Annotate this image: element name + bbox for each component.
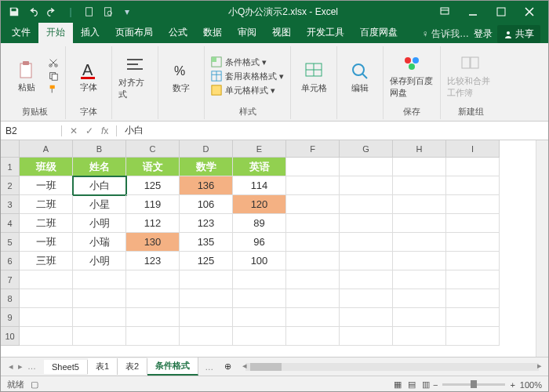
add-sheet-icon[interactable]: ⊕ <box>220 361 236 372</box>
align-button[interactable]: 对齐方式 <box>118 55 151 100</box>
group-label: 剪贴板 <box>22 104 48 119</box>
zoom-value[interactable]: 100% <box>520 380 542 390</box>
vertical-scrollbar[interactable] <box>536 140 548 357</box>
qat-more-icon[interactable]: ▾ <box>118 4 136 20</box>
tab-insert[interactable]: 插入 <box>73 23 107 43</box>
svg-rect-0 <box>86 8 93 16</box>
tab-dev[interactable]: 开发工具 <box>299 23 352 43</box>
minimize-icon[interactable] <box>459 1 487 23</box>
svg-rect-7 <box>23 61 29 65</box>
font-button[interactable]: A字体 <box>72 60 105 93</box>
cancel-formula-icon[interactable]: ✕ <box>70 125 78 136</box>
svg-rect-24 <box>462 57 470 68</box>
svg-rect-16 <box>212 57 216 62</box>
group-font: A字体 字体 <box>66 46 112 119</box>
cell[interactable]: 语文 <box>126 158 180 176</box>
formula-bar: B2 ✕ ✓ fx 小白 <box>1 122 548 140</box>
number-button[interactable]: %数字 <box>165 60 198 94</box>
select-all-corner[interactable] <box>1 140 20 158</box>
zoom-slider[interactable] <box>442 383 505 386</box>
column-headers[interactable]: ABCDEFGHI <box>20 140 500 158</box>
sheet-tab[interactable]: Sheet5 <box>44 360 88 374</box>
conditional-format-button[interactable]: 条件格式 ▾ <box>211 56 284 68</box>
svg-rect-11 <box>52 74 57 80</box>
cell[interactable]: 数学 <box>180 158 233 176</box>
cell[interactable]: 英语 <box>233 158 286 176</box>
ribbon-options-icon[interactable] <box>431 1 459 23</box>
ribbon: 粘贴 剪贴板 A字体 字体 对齐方式 %数字 条件格式 ▾ 套用表格格式 ▾ 单… <box>1 43 548 122</box>
share-button[interactable]: 共享 <box>497 25 540 43</box>
svg-point-20 <box>353 64 364 75</box>
tab-view[interactable]: 视图 <box>264 23 299 43</box>
macro-record-icon[interactable]: ▢ <box>31 379 38 390</box>
save-icon[interactable] <box>5 4 23 20</box>
sheet-tab[interactable]: 表2 <box>118 358 147 375</box>
tell-me[interactable]: ♀ 告诉我… <box>422 27 469 41</box>
copy-button[interactable] <box>48 71 59 82</box>
svg-point-5 <box>507 31 510 34</box>
sheet-more-icon[interactable]: … <box>198 362 220 372</box>
title-bar: | ▾ 小Q办公演示2.xlsx - Excel <box>1 1 548 23</box>
view-break-icon[interactable]: ▥ <box>422 379 430 390</box>
cells-button[interactable]: 单元格 <box>297 60 330 94</box>
svg-rect-3 <box>441 8 449 14</box>
svg-rect-6 <box>20 64 31 78</box>
worksheet-grid[interactable]: 1 2 3 4 5 6 7 8 9 10 ABCDEFGHI 班级 姓名 语文 … <box>1 140 548 357</box>
tab-layout[interactable]: 页面布局 <box>107 23 161 43</box>
row-headers[interactable]: 1 2 3 4 5 6 7 8 9 10 <box>1 140 20 346</box>
accept-formula-icon[interactable]: ✓ <box>85 125 93 136</box>
zoom-in-icon[interactable]: + <box>510 380 514 390</box>
tab-home[interactable]: 开始 <box>38 23 73 43</box>
name-box[interactable]: B2 <box>1 125 62 136</box>
svg-point-21 <box>405 57 411 64</box>
table-format-button[interactable]: 套用表格格式 ▾ <box>211 71 284 82</box>
sheet-tab-active[interactable]: 条件格式 <box>147 358 198 376</box>
sheet-tab[interactable]: 表1 <box>88 358 118 375</box>
group-label: 字体 <box>80 104 97 119</box>
maximize-icon[interactable] <box>487 1 515 23</box>
svg-point-22 <box>413 57 419 64</box>
sheet-nav-next-icon[interactable]: ▸ <box>18 361 23 372</box>
new-icon[interactable] <box>81 4 98 20</box>
compare-merge-button: 比较和合并工作簿 <box>447 53 494 99</box>
svg-rect-18 <box>212 85 221 95</box>
cell-style-button[interactable]: 单元格样式 ▾ <box>211 85 284 96</box>
format-painter-button[interactable] <box>48 84 59 95</box>
cut-button[interactable] <box>48 57 59 68</box>
close-icon[interactable] <box>515 1 544 23</box>
tab-file[interactable]: 文件 <box>4 23 38 43</box>
editing-button[interactable]: 编辑 <box>344 60 376 94</box>
group-new: 比较和合并工作簿 新建组 <box>441 46 500 119</box>
tab-formula[interactable]: 公式 <box>161 23 195 43</box>
ribbon-tabs: 文件 开始 插入 页面布局 公式 数据 审阅 视图 开发工具 百度网盘 ♀ 告诉… <box>1 23 548 43</box>
selected-cell[interactable]: 小白 <box>73 176 126 195</box>
save-baidu-button[interactable]: 保存到百度网盘 <box>390 53 434 99</box>
cell[interactable]: 班级 <box>20 158 73 176</box>
tab-review[interactable]: 审阅 <box>230 23 264 43</box>
undo-icon[interactable] <box>24 4 42 20</box>
tab-data[interactable]: 数据 <box>195 23 230 43</box>
group-save-baidu: 保存到百度网盘 保存 <box>384 46 441 119</box>
sheet-nav-prev-icon[interactable]: ◂ <box>9 361 13 372</box>
tab-baidu[interactable]: 百度网盘 <box>352 23 405 43</box>
fx-icon[interactable]: fx <box>101 125 108 136</box>
svg-text:%: % <box>174 64 185 78</box>
svg-rect-13 <box>81 77 95 79</box>
login-link[interactable]: 登录 <box>474 27 493 41</box>
view-normal-icon[interactable]: ▦ <box>394 379 402 390</box>
paste-button[interactable]: 粘贴 <box>10 60 43 93</box>
group-align: 对齐方式 <box>112 46 158 119</box>
zoom-out-icon[interactable]: − <box>433 380 438 390</box>
qat-sep: | <box>62 4 79 20</box>
preview-icon[interactable] <box>100 4 117 20</box>
sheet-nav-more-icon[interactable]: … <box>27 361 36 372</box>
horizontal-scrollbar[interactable]: ◂▸ <box>245 363 539 371</box>
redo-icon[interactable] <box>43 4 60 20</box>
group-label: 新建组 <box>458 104 484 119</box>
status-bar: 就绪 ▢ ▦ ▤ ▥ − + 100% <box>1 376 548 392</box>
cell[interactable]: 姓名 <box>73 158 126 176</box>
cells-body[interactable]: 班级 姓名 语文 数学 英语 一班 小白 125 136 114 二班 小星 1… <box>20 158 500 346</box>
formula-input[interactable]: 小白 <box>117 124 151 137</box>
group-label: 保存 <box>403 104 420 119</box>
view-layout-icon[interactable]: ▤ <box>408 379 416 390</box>
